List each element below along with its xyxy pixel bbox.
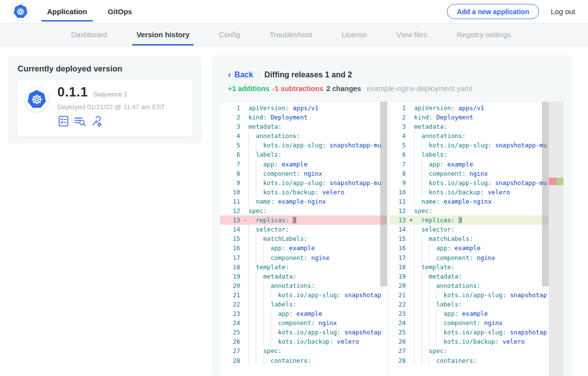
diff-sign [244,328,248,337]
indent-guide [414,234,421,243]
config-tools-icon[interactable] [91,115,103,127]
code-line: 1apiVersion: apps/v1 [390,103,564,113]
line-number: 19 [220,272,244,281]
code-text: component: nginx [248,253,387,262]
indent-guide [421,300,429,309]
diff-sign [244,356,248,365]
code-line: 6labels: [390,150,564,159]
indent-guide [248,169,256,178]
indent-guide [270,337,278,346]
release-notes-icon[interactable] [57,115,70,127]
indent-guide [256,234,263,243]
tab-registry-settings[interactable]: Registry settings [442,24,526,46]
diff-sign [409,281,414,290]
indent-guide [414,300,421,309]
code-line: 11name: example-nginx [390,197,564,206]
add-application-button[interactable]: Add a new application [447,4,539,19]
tab-troubleshoot[interactable]: Troubleshoot [255,24,327,46]
line-number: 18 [390,262,409,272]
diff-sign [244,122,248,131]
code-line: 26kots.io/backup: velero [390,337,564,346]
tab-view-files[interactable]: View files [382,24,442,46]
code-text: component: nginx [414,169,564,178]
tab-version-history[interactable]: Version history [122,24,204,46]
indent-guide [421,253,429,262]
tab-license[interactable]: License [327,24,382,46]
code-text: component: nginx [248,318,387,328]
diff-sign [244,169,248,178]
indent-guide [263,328,270,337]
diff-sign [244,272,248,281]
code-text: spec: [248,346,387,355]
version-number: 0.1.1 [57,85,88,100]
additions-count: +1 additions [228,85,270,93]
diff-sign [409,113,414,122]
indent-guide [414,141,421,150]
indent-guide [421,328,429,337]
code-text: component: nginx [248,169,387,178]
indent-guide [414,290,421,300]
scrollbar-thumb[interactable] [380,102,387,286]
code-text: kots.io/app-slug: snapshotap [248,290,387,300]
indent-guide [256,356,263,365]
tab-dashboard[interactable]: Dashboard [56,24,122,46]
diff-sign [244,234,248,243]
line-number: 15 [220,234,244,243]
indent-guide [270,318,278,328]
line-number: 27 [390,346,409,355]
tab-config[interactable]: Config [204,24,255,46]
code-lines-original: 1apiVersion: apps/v12kind: Deployment3me… [220,102,387,365]
code-line: 13+replicas: 3 [390,215,564,225]
tab-gitops[interactable]: GitOps [108,0,132,24]
indent-guide [414,131,421,141]
indent-guide [248,328,256,337]
indent-guide [414,225,421,234]
code-text: app: example [414,243,564,253]
indent-guide [429,356,436,365]
line-number: 9 [220,178,244,188]
indent-guide [429,309,436,318]
indent-guide [436,309,443,318]
code-line: 28containers: [220,356,387,365]
diff-sign [409,131,414,141]
code-text: component: nginx [414,318,564,328]
indent-guide [421,272,429,281]
logout-link[interactable]: Log out [551,7,575,16]
code-line: 20annotations: [220,281,387,290]
back-link[interactable]: ‹ Back [228,70,253,79]
diff-sign [244,103,248,113]
indent-guide [256,243,263,253]
indent-guide [256,281,263,290]
indent-guide [263,253,270,262]
tab-application[interactable]: Application [47,0,87,24]
view-logs-icon[interactable] [74,115,86,127]
diff-sign [409,197,414,206]
indent-guide [429,337,436,346]
diff-editor-modified[interactable]: 1apiVersion: apps/v12kind: Deployment3me… [390,101,564,376]
indent-guide [248,262,256,272]
code-text: kots.io/app-slug: snapshotapp-mu [414,178,564,188]
diff-sign [409,272,414,281]
code-text: selector: [414,225,564,234]
code-text: metadata: [248,122,387,131]
code-text: component: nginx [414,253,564,262]
code-text: app: example [248,309,387,318]
indent-guide [421,346,429,355]
indent-guide [248,272,256,281]
code-text: metadata: [414,122,564,131]
diff-editor-original[interactable]: 1apiVersion: apps/v12kind: Deployment3me… [220,101,387,376]
code-line: 17component: nginx [390,253,564,262]
indent-guide [248,225,256,234]
diff-sign [244,290,248,300]
line-number: 25 [220,328,244,337]
code-text: annotations: [248,281,387,290]
indent-guide [429,300,436,309]
scrollbar-thumb[interactable] [542,102,549,286]
line-number: 12 [390,206,409,215]
code-line: 11name: example-nginx [220,197,387,206]
indent-guide [256,253,263,262]
indent-guide [421,141,429,150]
code-line: 21kots.io/app-slug: snapshotap [220,290,387,300]
subtractions-count: -1 subtractions [272,85,323,93]
diff-sign [409,300,414,309]
